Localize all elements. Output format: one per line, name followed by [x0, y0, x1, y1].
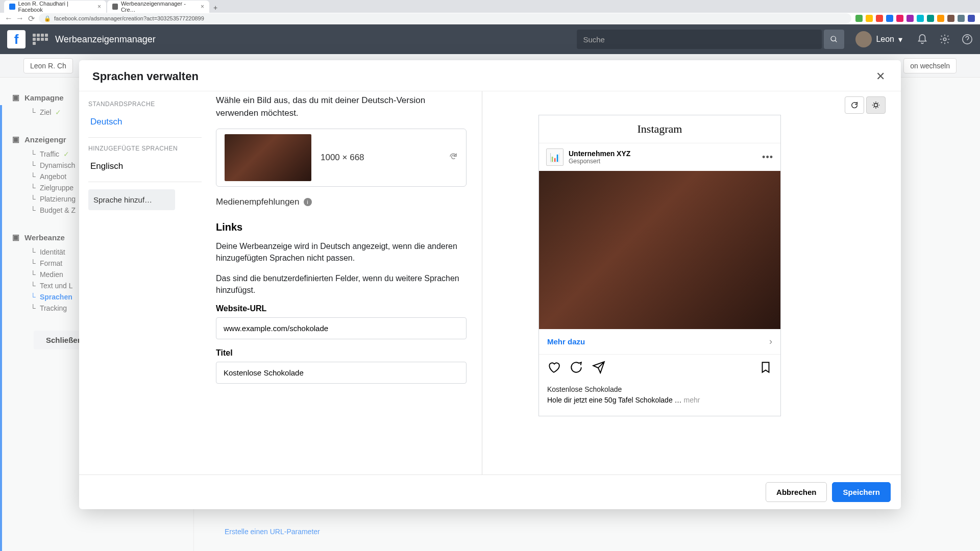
tab-title: Werbeanzeigenmanager - Cre… [121, 1, 194, 13]
added-lang-label: Hinzugefügte Sprachen [88, 145, 202, 152]
lang-englisch[interactable]: Englisch [88, 158, 202, 174]
cta-text: Mehr dazu [547, 337, 585, 346]
more-link[interactable]: mehr [683, 396, 700, 404]
close-icon[interactable]: ✕ [873, 69, 888, 84]
close-icon[interactable]: × [97, 3, 101, 10]
reload-button[interactable]: ⟳ [28, 15, 35, 22]
cta-row[interactable]: Mehr dazu › [539, 329, 780, 355]
ig-caption: Kostenlose Schokolade Hole dir jetzt ein… [539, 382, 780, 416]
url-text: facebook.com/adsmanager/creation?act=303… [54, 15, 204, 21]
preview-column: Instagram 📊 Unternehmen XYZ Gesponsert •… [482, 91, 901, 474]
links-para1: Deine Werbeanzeige wird in Deutsch angez… [216, 240, 467, 264]
ext-icon[interactable] [958, 15, 965, 22]
ig-profile-row: 📊 Unternehmen XYZ Gesponsert ••• [539, 143, 780, 171]
tab-title: Leon R. Chaudhari | Facebook [18, 1, 91, 13]
ext-icon[interactable] [947, 15, 954, 22]
tabs-bar: Leon R. Chaudhari | Facebook× Werbeanzei… [0, 0, 980, 13]
bookmark-icon[interactable] [759, 361, 772, 376]
instagram-preview: Instagram 📊 Unternehmen XYZ Gesponsert •… [538, 115, 781, 416]
caption-title: Kostenlose Schokolade [547, 384, 772, 395]
user-name: Leon [876, 35, 894, 44]
image-card[interactable]: 1000 × 668 [216, 129, 467, 187]
browser-tab[interactable]: Leon R. Chaudhari | Facebook× [4, 1, 106, 13]
links-heading: Links [216, 221, 467, 233]
lock-icon: 🔒 [44, 15, 51, 22]
address-bar: ← → ⟳ 🔒 facebook.com/adsmanager/creation… [0, 13, 980, 24]
instagram-logo: Instagram [539, 115, 780, 143]
search-button[interactable] [824, 30, 844, 49]
svg-point-2 [943, 38, 946, 41]
lang-deutsch[interactable]: Deutsch [88, 114, 202, 130]
ext-icon[interactable] [968, 15, 975, 22]
title-label: Titel [216, 348, 467, 358]
media-recommendations[interactable]: Medienempfehlungen i [216, 197, 467, 207]
reload-preview-icon[interactable] [845, 96, 864, 114]
forward-button[interactable]: → [16, 15, 23, 22]
facebook-logo[interactable]: f [7, 30, 26, 48]
save-button[interactable]: Speichern [832, 482, 891, 502]
refresh-icon[interactable] [449, 152, 458, 163]
info-icon[interactable]: i [304, 198, 312, 206]
user-menu[interactable]: Leon ▾ [855, 31, 902, 47]
browser-tab[interactable]: Werbeanzeigenmanager - Cre…× [107, 1, 209, 13]
more-icon[interactable]: ••• [762, 152, 773, 163]
instruction-text: Wähle ein Bild aus, das du mit deiner De… [216, 94, 467, 119]
url-field[interactable]: 🔒 facebook.com/adsmanager/creation?act=3… [39, 13, 851, 23]
ext-icon[interactable] [906, 15, 914, 22]
help-icon[interactable] [962, 34, 973, 45]
new-tab-button[interactable]: + [210, 3, 220, 13]
ext-icon[interactable] [876, 15, 883, 22]
modal-body: Standardsprache Deutsch Hinzugefügte Spr… [79, 91, 901, 474]
website-url-input[interactable] [216, 317, 467, 339]
ig-actions [539, 355, 780, 382]
sponsored-label: Gesponsert [569, 158, 630, 165]
url-label: Website-URL [216, 304, 467, 313]
image-thumbnail [225, 134, 311, 181]
browser-chrome: Leon R. Chaudhari | Facebook× Werbeanzei… [0, 0, 980, 24]
links-para2: Das sind die benutzerdefinierten Felder,… [216, 272, 467, 296]
title-input[interactable] [216, 362, 467, 384]
ext-icon[interactable] [917, 15, 924, 22]
divider [88, 137, 202, 138]
language-sidebar: Standardsprache Deutsch Hinzugefügte Spr… [79, 91, 207, 474]
bug-icon[interactable] [866, 96, 886, 114]
chevron-right-icon: › [769, 336, 772, 347]
comment-icon[interactable] [570, 361, 583, 376]
ext-icon[interactable] [866, 15, 873, 22]
preview-tools [845, 96, 886, 114]
app-switcher-icon[interactable] [33, 32, 48, 47]
default-lang-label: Standardsprache [88, 101, 202, 108]
ext-icon[interactable] [896, 15, 903, 22]
ext-icon[interactable] [927, 15, 934, 22]
search-placeholder: Suche [583, 35, 605, 44]
gear-icon[interactable] [939, 34, 950, 45]
topnav-icons [917, 34, 973, 45]
divider [88, 182, 202, 182]
chevron-down-icon: ▾ [898, 35, 902, 44]
modal-title: Sprachen verwalten [92, 70, 199, 83]
modal-languages: Sprachen verwalten ✕ Standardsprache Deu… [79, 60, 901, 509]
ext-icon[interactable] [886, 15, 893, 22]
svg-line-1 [835, 40, 837, 42]
bell-icon[interactable] [917, 34, 928, 45]
center-column: Wähle ein Bild aus, das du mit deiner De… [207, 91, 482, 474]
back-button[interactable]: ← [5, 15, 12, 22]
heart-icon[interactable] [547, 361, 560, 376]
ext-icon[interactable] [937, 15, 944, 22]
extension-icons [855, 15, 975, 22]
caption-body: Hole dir jetzt eine 50g Tafel Schokolade… [547, 396, 683, 404]
advertiser-name: Unternehmen XYZ [569, 149, 630, 158]
favicon [112, 4, 118, 10]
modal-header: Sprachen verwalten ✕ [79, 60, 901, 91]
ext-icon[interactable] [855, 15, 863, 22]
app-title: Werbeanzeigenmanager [55, 34, 156, 45]
close-icon[interactable]: × [201, 3, 204, 10]
modal-footer: Abbrechen Speichern [79, 474, 901, 509]
search-input[interactable]: Suche [577, 30, 822, 49]
share-icon[interactable] [592, 361, 605, 376]
top-nav: f Werbeanzeigenmanager Suche Leon ▾ [0, 24, 980, 54]
cancel-button[interactable]: Abbrechen [766, 482, 827, 502]
add-language-button[interactable]: Sprache hinzuf… [88, 189, 175, 210]
svg-point-4 [874, 104, 878, 107]
avatar [855, 31, 872, 47]
